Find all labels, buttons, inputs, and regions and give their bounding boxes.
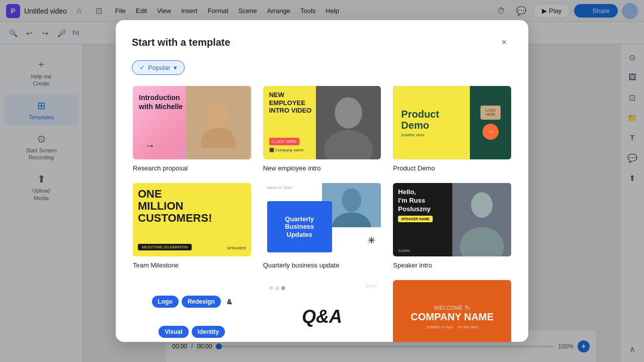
employee-company: ⬛ Company name (269, 148, 304, 152)
template-modal: Start with a template × ✓ Popular ▾ Intr… (116, 20, 528, 342)
logo-tag-identity: Identity (192, 326, 225, 338)
template-label-speaker: Speaker intro (392, 261, 512, 269)
employee-photo (316, 86, 381, 159)
filter-check-icon: ✓ (139, 64, 145, 71)
template-product[interactable]: ProductDemo Subtitle Here LOGOHERE → Pro… (392, 85, 512, 172)
template-thumb-speaker: Hello,I'm RussPosluszny SPEAKER NAME Sub… (392, 182, 512, 257)
template-thumb-logo: Logo Redesign & Visual Identity (132, 279, 252, 342)
milestone-badge: MILESTONE CELEBRATION (138, 244, 192, 250)
speaker-thumb-text: Hello,I'm RussPosluszny SPEAKER NAME (398, 188, 432, 223)
product-right: LOGOHERE → (470, 86, 511, 159)
logo-amp: & (227, 298, 232, 306)
app-background: P Untitled video ☆ ⊡ File Edit View Inse… (0, 0, 644, 362)
research-thumb-text: Introductionwith Michelle (139, 93, 183, 111)
template-thumb-employee: NEWEMPLOYEEINTRO VIDEO CLICK HERE ⬛ Comp… (262, 85, 382, 160)
speaker-subtitle: Subtitle (398, 249, 410, 252)
svg-point-7 (471, 192, 493, 218)
qa-icons: ⊡ ⊡ ⊡ (366, 284, 377, 288)
welcome-text: COMPANY NAME (411, 311, 494, 323)
svg-point-0 (207, 102, 229, 128)
template-thumb-welcome: WELCOME To COMPANY NAME Subtitle or logo… (392, 279, 512, 342)
product-logo-placeholder: LOGOHERE (480, 106, 501, 120)
template-qa[interactable]: ⊡ ⊡ ⊡ Q&A ⬛⬛⬛⬛⬛⬛ Q&A (262, 279, 382, 342)
template-label-milestone: Team Milestone (132, 261, 252, 269)
logo-tag-redesign: Redesign (182, 296, 221, 308)
modal-overlay[interactable]: Start with a template × ✓ Popular ▾ Intr… (0, 0, 644, 362)
template-quarterly[interactable]: QuarterlyBusinessUpdates ✳ March 10, 202… (262, 182, 382, 269)
employee-badge: CLICK HERE (269, 138, 299, 145)
modal-close-button[interactable]: × (496, 34, 512, 50)
template-milestone[interactable]: ONEMILLIONCUSTOMERS! MILESTONE CELEBRATI… (132, 182, 252, 269)
product-yellow-bg: ProductDemo Subtitle Here (393, 86, 470, 159)
milestone-thumb-text: ONEMILLIONCUSTOMERS! (138, 188, 212, 225)
template-research[interactable]: Introductionwith Michelle → Research pro… (132, 85, 252, 172)
quarterly-text: QuarterlyBusinessUpdates (285, 215, 314, 239)
svg-point-3 (324, 130, 373, 159)
research-photo (186, 86, 251, 159)
filter-bar: ✓ Popular ▾ (132, 60, 512, 75)
modal-title: Start with a template (132, 37, 230, 48)
template-label-product: Product Demo (392, 164, 512, 172)
qa-dots (269, 286, 285, 290)
template-thumb-product: ProductDemo Subtitle Here LOGOHERE → (392, 85, 512, 160)
product-title: ProductDemo (401, 109, 462, 131)
product-subtitle: Subtitle Here (401, 133, 462, 137)
logo-tag-visual: Visual (158, 326, 188, 338)
template-employee[interactable]: NEWEMPLOYEEINTRO VIDEO CLICK HERE ⬛ Comp… (262, 85, 382, 172)
filter-popular[interactable]: ✓ Popular ▾ (132, 60, 185, 75)
filter-chevron-icon: ▾ (174, 64, 177, 71)
template-thumb-qa: ⊡ ⊡ ⊡ Q&A ⬛⬛⬛⬛⬛⬛ (262, 279, 382, 342)
quarterly-star-icon: ✳ (367, 234, 376, 246)
template-thumb-research: Introductionwith Michelle → (132, 85, 252, 160)
quarterly-date: March 10, 2024 (267, 186, 292, 190)
employee-thumb-text: NEWEMPLOYEEINTRO VIDEO (269, 91, 312, 115)
speaker-badge: SPEAKER NAME (398, 216, 432, 222)
research-arrow-icon: → (145, 140, 155, 151)
speaker-photo (452, 183, 511, 256)
welcome-sub: Subtitle or logo for the fans (427, 325, 478, 329)
qa-text: Q&A (302, 306, 342, 327)
template-thumb-quarterly: QuarterlyBusinessUpdates ✳ March 10, 202… (262, 182, 382, 257)
template-label-research: Research proposal (132, 164, 252, 172)
template-logo[interactable]: Logo Redesign & Visual Identity Logo Red… (132, 279, 252, 342)
welcome-script: WELCOME To (434, 305, 470, 311)
modal-header: Start with a template × (132, 34, 512, 50)
template-label-employee: New employee intro (262, 164, 382, 172)
svg-point-5 (342, 189, 361, 212)
svg-point-8 (460, 227, 504, 256)
template-label-quarterly: Quarterly business update (262, 261, 382, 269)
milestone-speaker: SPEAKER (227, 246, 246, 250)
quarterly-blue-box: QuarterlyBusinessUpdates (267, 201, 332, 252)
logo-tag-logo: Logo (152, 296, 179, 308)
template-speaker[interactable]: Hello,I'm RussPosluszny SPEAKER NAME Sub… (392, 182, 512, 269)
svg-point-1 (201, 128, 236, 148)
filter-label: Popular (148, 64, 171, 71)
template-welcome[interactable]: WELCOME To COMPANY NAME Subtitle or logo… (392, 279, 512, 342)
svg-point-2 (335, 97, 363, 128)
template-grid: Introductionwith Michelle → Research pro… (132, 85, 512, 342)
template-thumb-milestone: ONEMILLIONCUSTOMERS! MILESTONE CELEBRATI… (132, 182, 252, 257)
product-arrow-icon: → (482, 124, 499, 140)
